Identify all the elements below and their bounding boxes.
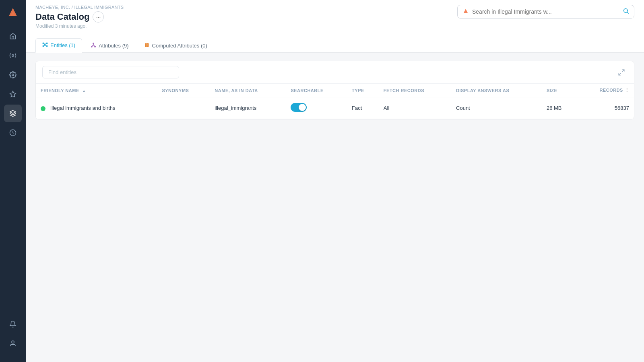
content-area: FRIENDLY NAME ▲ SYNONYMS NAME, AS IN DAT… <box>26 53 644 362</box>
sidebar-item-favorites[interactable] <box>4 85 22 103</box>
sidebar-nav <box>0 27 26 315</box>
svg-point-21 <box>91 46 92 47</box>
toggle-knob <box>299 104 306 111</box>
entity-status-dot <box>41 106 45 111</box>
modified-text: Modified 3 minutes ago. <box>35 23 124 29</box>
tabs-area: Entities (1) Attributes (9) Computed Att… <box>26 34 644 53</box>
svg-point-13 <box>47 43 47 43</box>
search-logo-icon <box>462 8 469 16</box>
svg-point-29 <box>147 45 149 47</box>
content-panel: FRIENDLY NAME ▲ SYNONYMS NAME, AS IN DAT… <box>35 61 634 119</box>
cell-display-answers-as: Count <box>451 97 542 119</box>
entities-icon <box>42 42 48 49</box>
breadcrumb-company: MACHEYE, INC. <box>35 5 70 10</box>
svg-point-2 <box>12 55 14 57</box>
table-header: FRIENDLY NAME ▲ SYNONYMS NAME, AS IN DAT… <box>36 84 634 97</box>
col-header-searchable: SEARCHABLE <box>286 84 347 97</box>
svg-point-20 <box>93 43 94 43</box>
sidebar <box>0 0 26 362</box>
svg-point-28 <box>145 45 147 47</box>
content-toolbar <box>36 61 634 84</box>
search-bar <box>457 5 634 19</box>
svg-point-27 <box>147 43 149 45</box>
col-header-size: SIZE <box>542 84 578 97</box>
svg-line-10 <box>627 12 629 14</box>
cell-name-as-in-data: illegal_immigrants <box>210 97 286 119</box>
sidebar-item-settings[interactable] <box>4 66 22 84</box>
sidebar-item-profile[interactable] <box>4 335 22 352</box>
tab-attributes[interactable]: Attributes (9) <box>84 38 135 52</box>
more-options-button[interactable]: ··· <box>93 11 104 23</box>
svg-point-15 <box>47 45 47 46</box>
records-column-indicator[interactable]: ⋮ <box>625 88 630 93</box>
tabs: Entities (1) Attributes (9) Computed Att… <box>35 34 634 52</box>
svg-point-9 <box>624 9 627 12</box>
col-header-synonyms: SYNONYMS <box>157 84 210 97</box>
svg-line-25 <box>93 45 95 46</box>
page-title-row: Data Catalog ··· <box>35 11 124 23</box>
svg-line-31 <box>619 73 621 75</box>
attributes-icon <box>91 42 96 49</box>
page-title: Data Catalog <box>35 12 89 22</box>
svg-line-19 <box>45 45 46 46</box>
col-header-fetch-records: FETCH RECORDS <box>379 84 451 97</box>
breadcrumb: MACHEYE, INC. / ILLEGAL IMMIGRANTS <box>35 5 124 10</box>
cell-size: 26 MB <box>542 97 578 119</box>
sidebar-item-notifications[interactable] <box>4 315 22 333</box>
col-header-friendly-name[interactable]: FRIENDLY NAME ▲ <box>36 84 157 97</box>
tab-entities[interactable]: Entities (1) <box>35 38 82 53</box>
svg-line-17 <box>45 43 46 44</box>
header-left: MACHEYE, INC. / ILLEGAL IMMIGRANTS Data … <box>35 5 124 29</box>
col-header-type: TYPE <box>347 84 379 97</box>
table-row[interactable]: Illegal immigrants and births illegal_im… <box>36 97 634 119</box>
tab-computed-label: Computed Attributes (0) <box>152 43 207 49</box>
sidebar-item-history[interactable] <box>4 124 22 142</box>
svg-point-12 <box>43 43 43 43</box>
breadcrumb-sep: / <box>72 5 74 10</box>
cell-records: 56837 <box>578 97 634 119</box>
search-magnifier-icon <box>623 8 629 16</box>
data-table: FRIENDLY NAME ▲ SYNONYMS NAME, AS IN DAT… <box>36 84 634 119</box>
app-logo <box>6 5 20 19</box>
sidebar-item-home[interactable] <box>4 27 22 45</box>
table-body: Illegal immigrants and births illegal_im… <box>36 97 634 119</box>
svg-line-30 <box>622 70 624 72</box>
expand-button[interactable] <box>615 66 627 78</box>
cell-searchable <box>286 97 347 119</box>
svg-point-3 <box>12 74 14 76</box>
svg-line-24 <box>92 45 94 46</box>
col-header-display-answers-as: DISPLAY ANSWERS AS <box>451 84 542 97</box>
svg-point-14 <box>43 45 43 46</box>
find-entities-input[interactable] <box>42 66 179 78</box>
tab-computed-attributes[interactable]: Computed Attributes (0) <box>137 38 214 52</box>
main-content: MACHEYE, INC. / ILLEGAL IMMIGRANTS Data … <box>26 0 644 362</box>
tab-attributes-label: Attributes (9) <box>99 43 128 49</box>
sidebar-item-integrations[interactable] <box>4 47 22 64</box>
svg-point-26 <box>145 43 147 45</box>
searchable-toggle[interactable] <box>291 103 307 112</box>
cell-fetch-records: All <box>379 97 451 119</box>
sidebar-bottom <box>4 315 22 357</box>
cell-friendly-name: Illegal immigrants and births <box>36 97 157 119</box>
col-header-name-as-in-data: NAME, AS IN DATA <box>210 84 286 97</box>
cell-type: Fact <box>347 97 379 119</box>
cell-synonyms <box>157 97 210 119</box>
computed-icon <box>144 42 150 49</box>
svg-marker-5 <box>10 111 16 114</box>
svg-marker-4 <box>10 91 16 97</box>
sidebar-item-layers[interactable] <box>4 105 22 122</box>
col-header-records: RECORDS ⋮ <box>578 84 634 97</box>
svg-line-18 <box>44 45 45 46</box>
header: MACHEYE, INC. / ILLEGAL IMMIGRANTS Data … <box>26 0 644 34</box>
svg-line-16 <box>44 43 45 44</box>
breadcrumb-page: ILLEGAL IMMIGRANTS <box>74 5 124 10</box>
tab-entities-label: Entities (1) <box>50 42 75 48</box>
svg-marker-8 <box>464 9 468 13</box>
svg-point-7 <box>12 341 14 343</box>
sort-arrow-icon: ▲ <box>82 89 86 93</box>
svg-point-22 <box>95 46 95 47</box>
search-input[interactable] <box>472 8 619 15</box>
